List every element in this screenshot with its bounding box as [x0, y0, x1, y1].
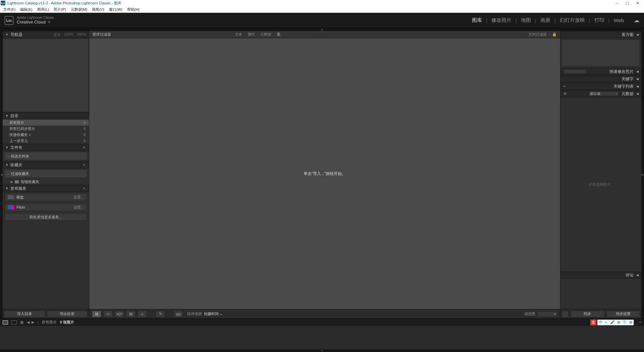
sync-button[interactable]: 同步: [571, 311, 604, 317]
folders-header[interactable]: ▼文件夹+.: [3, 144, 89, 151]
histogram-box: [562, 40, 640, 67]
publish-hd-settings[interactable]: 设置...: [73, 195, 84, 200]
menu-window[interactable]: 窗口(W): [107, 7, 124, 12]
sync-settings-button[interactable]: 同步设置: [606, 311, 640, 317]
center-area: 图库过滤器 文本 属性 元数据 无 关闭过滤器 ⫶ 🔒 单击"导入..."按钮开…: [89, 31, 560, 318]
module-print[interactable]: 打印: [594, 17, 604, 24]
menu-edit[interactable]: 编辑(E): [18, 7, 35, 12]
import-button[interactable]: 导入目录: [4, 311, 45, 317]
sogou-icon[interactable]: S: [590, 319, 596, 325]
find-more-services[interactable]: 联机查找更多服务...: [5, 213, 87, 221]
quickdev-header[interactable]: 快速修改照片◀: [560, 68, 641, 75]
menu-library[interactable]: 图库(L): [35, 7, 51, 12]
nav-300[interactable]: 300%: [77, 32, 86, 37]
cloud-icon[interactable]: ☁: [634, 17, 639, 24]
grid-mini-icon[interactable]: ▦: [20, 320, 23, 324]
filter-close[interactable]: 关闭过滤器: [528, 32, 547, 37]
publish-harddrive[interactable]: 硬盘设置...: [5, 193, 87, 201]
folders-filter[interactable]: 筛选文件夹: [5, 152, 87, 160]
thumb-size[interactable]: ▾: [537, 311, 557, 317]
catalog-synced[interactable]: 所有已同步照片0: [3, 126, 89, 132]
publish-add[interactable]: +.: [83, 186, 86, 191]
library-filter-bar: 图库过滤器 文本 属性 元数据 无 关闭过滤器 ⫶ 🔒: [89, 31, 560, 38]
close-button[interactable]: ✕: [636, 1, 639, 5]
module-map[interactable]: 地图: [521, 17, 531, 24]
filmstrip-menu[interactable]: ▾: [639, 320, 641, 324]
thumb-label: 缩览图: [524, 311, 535, 316]
collapse-bottom[interactable]: ▼: [0, 349, 644, 352]
metadata-preset[interactable]: 默认值⫶: [589, 91, 619, 96]
titlebar: Lrc Lightroom Catalog-v11-2 - Adobe Phot…: [0, 0, 644, 6]
quickdev-preset[interactable]: [563, 69, 587, 74]
collapse-left[interactable]: ◀: [0, 31, 3, 318]
filter-lock-icon[interactable]: 🔒: [552, 32, 557, 37]
minimize-button[interactable]: ─: [615, 1, 618, 5]
filter-attr[interactable]: 属性: [248, 32, 255, 37]
center-toolbar: ▦ ▭ X|Y ▤ ☺ ✎ a|z 排序依据 拍摄时间 ⌄ 缩览图 ▾: [89, 309, 560, 318]
painter-tool[interactable]: ✎: [156, 311, 165, 317]
menubar: 文件(F) 编辑(E) 图库(L) 照片(P) 元数据(M) 视图(V) 窗口(…: [0, 6, 644, 13]
flickr-icon: [8, 205, 14, 209]
keywordlist-add[interactable]: +: [563, 84, 566, 89]
catalog-lastimport[interactable]: 上一次导入0: [3, 138, 89, 144]
eye-icon[interactable]: 👁: [563, 91, 567, 96]
view-people[interactable]: ☺: [138, 311, 147, 317]
sort-value[interactable]: 拍摄时间 ⌄: [204, 311, 223, 316]
publish-flickr-settings[interactable]: 设置...: [73, 205, 84, 210]
view-compare[interactable]: X|Y: [115, 311, 124, 317]
sync-toggle[interactable]: [562, 311, 569, 317]
maximize-button[interactable]: ▢: [626, 1, 629, 5]
filter-none[interactable]: 无: [277, 32, 280, 37]
folder-icon: [15, 180, 19, 183]
filter-text[interactable]: 文本: [235, 32, 242, 37]
module-book[interactable]: 画册: [540, 17, 550, 24]
nav-prev[interactable]: ◀: [27, 320, 30, 324]
publish-flickr[interactable]: Flickr设置...: [5, 203, 87, 211]
histogram-header[interactable]: 直方图◀: [560, 31, 641, 38]
sort-dir[interactable]: a|z: [174, 311, 183, 317]
brand-line2[interactable]: Creative Cloud ▼: [17, 20, 54, 25]
export-button[interactable]: 导出目录: [47, 311, 88, 317]
screen-1[interactable]: [3, 320, 8, 324]
folders-add[interactable]: +.: [83, 145, 86, 150]
comments-header[interactable]: 评论◀: [560, 271, 641, 279]
catalog-quick[interactable]: 快捷收藏夹 +0: [3, 132, 89, 138]
right-panel: 直方图◀ 快速修改照片◀ 关键字◀ + 关键字列表◀ 👁 默认值⫶ 元数据◀ 没…: [560, 31, 641, 318]
screen-2[interactable]: [11, 320, 17, 324]
module-slideshow[interactable]: 幻灯片放映: [560, 17, 585, 24]
keywordlist-header[interactable]: + 关键字列表◀: [560, 83, 641, 90]
menu-metadata[interactable]: 元数据(M): [69, 7, 90, 12]
view-survey[interactable]: ▤: [126, 311, 136, 317]
collections-add[interactable]: +.: [83, 163, 86, 167]
smart-collections[interactable]: ▶智能收藏夹: [3, 179, 89, 185]
module-web[interactable]: Web: [613, 17, 624, 23]
filmstrip[interactable]: [0, 326, 644, 349]
nav-100[interactable]: 100%: [64, 32, 73, 37]
publish-header[interactable]: ▼发布服务+.: [3, 185, 89, 192]
collapse-top[interactable]: ▲: [0, 28, 644, 31]
keywords-header[interactable]: 关键字◀: [560, 75, 641, 83]
menu-photo[interactable]: 照片(P): [52, 7, 68, 12]
filter-meta[interactable]: 元数据: [260, 32, 271, 37]
menu-view[interactable]: 视图(V): [90, 7, 106, 12]
view-loupe[interactable]: ▭: [103, 311, 113, 317]
catalog-header[interactable]: ▼目录: [3, 112, 89, 120]
collections-header[interactable]: ▼收藏夹+.: [3, 161, 89, 169]
collections-filter[interactable]: 过滤收藏夹: [5, 170, 87, 177]
metadata-header[interactable]: 👁 默认值⫶ 元数据◀: [560, 90, 641, 97]
navigator-header[interactable]: ▼导航器 适合 100% 300%: [3, 31, 89, 38]
module-develop[interactable]: 修改照片: [491, 17, 512, 24]
filter-title: 图库过滤器: [93, 32, 111, 37]
ime-toolbar[interactable]: S 中•,🎤⊞👕⊞: [590, 319, 634, 325]
view-grid[interactable]: ▦: [92, 311, 101, 317]
grid-empty: 单击"导入..."按钮开始。: [89, 38, 560, 309]
filmstrip-source[interactable]: 所有照片: [42, 320, 57, 325]
nav-next[interactable]: ▶: [32, 320, 34, 324]
menu-help[interactable]: 帮助(H): [125, 7, 142, 12]
collapse-right[interactable]: ▶: [641, 31, 644, 318]
menu-file[interactable]: 文件(F): [1, 7, 17, 12]
module-library[interactable]: 图库: [472, 17, 482, 24]
catalog-all-photos[interactable]: 所有照片0: [3, 120, 89, 126]
module-header: Lrc Adobe Lightroom Classic Creative Clo…: [0, 13, 644, 28]
nav-fit[interactable]: 适合: [53, 32, 61, 37]
